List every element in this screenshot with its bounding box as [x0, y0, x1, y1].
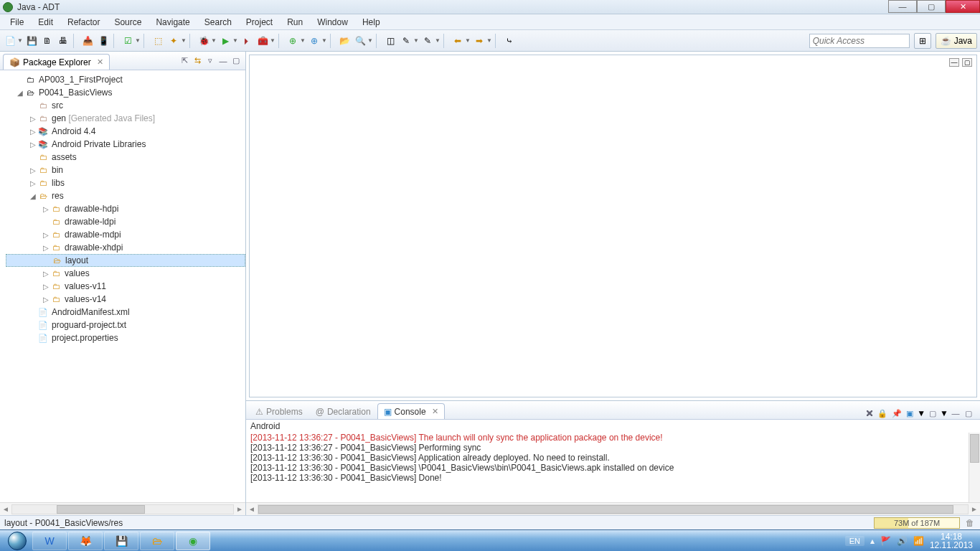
new-class-button[interactable]: ⊕ [307, 34, 321, 48]
dropdown-icon[interactable]: ▼ [270, 37, 275, 44]
tree-manifest[interactable]: 📄AndroidManifest.xml [6, 306, 245, 319]
menu-file[interactable]: File [4, 16, 29, 29]
tray-network-icon[interactable]: 📶 [913, 536, 924, 546]
tray-volume-icon[interactable]: 🔊 [897, 536, 908, 546]
dropdown-icon[interactable]: ▼ [367, 37, 373, 44]
console-hscrollbar[interactable]: ◄ ► [246, 502, 980, 515]
dropdown-icon[interactable]: ▼ [300, 37, 306, 44]
open-type-button[interactable]: 📂 [337, 34, 352, 48]
annotation-button[interactable]: ✎ [399, 34, 413, 48]
quick-access-input[interactable] [809, 34, 910, 48]
menu-search[interactable]: Search [199, 16, 237, 29]
save-button[interactable]: 💾 [24, 34, 39, 48]
toggle-button[interactable]: ◫ [383, 34, 397, 48]
tree-res[interactable]: ◢🗁res [6, 189, 245, 202]
maximize-button[interactable]: ▢ [917, 0, 946, 13]
console-output[interactable]: [2013-11-12 13:36:27 - P0041_BasicViews]… [246, 433, 980, 502]
console-lock-button[interactable]: 🔒 [877, 408, 888, 419]
dropdown-icon[interactable]: ▼ [486, 37, 492, 44]
tray-show-hidden-icon[interactable]: ▴ [870, 536, 875, 546]
link-editor-button[interactable]: ⇆ [192, 55, 203, 67]
tree-android[interactable]: ▷📚Android 4.4 [6, 125, 245, 138]
view-menu-button[interactable]: ▿ [204, 55, 216, 67]
tree-gen[interactable]: ▷🗀gen [Generated Java Files] [6, 112, 245, 125]
lint-button[interactable]: ⬚ [151, 34, 165, 48]
run-last-button[interactable]: ⏵ [240, 34, 254, 48]
tree-assets[interactable]: 🗀assets [6, 151, 245, 164]
taskbar-app-eclipse[interactable]: ◉ [176, 532, 210, 550]
project-tree[interactable]: 🗀AP003_1_FirstProject ◢🗁P0041_BasicViews… [0, 70, 245, 502]
sdk-manager-button[interactable]: 📥 [80, 34, 95, 48]
menu-navigate[interactable]: Navigate [150, 16, 195, 29]
console-display-button[interactable]: ▣ [904, 408, 915, 419]
taskbar-app-explorer[interactable]: 🗁 [140, 532, 174, 550]
tree-drawable-xhdpi[interactable]: ▷🗀drawable-xhdpi [6, 241, 245, 254]
save-all-button[interactable]: 🗎 [40, 34, 55, 48]
scroll-left-icon[interactable]: ◄ [246, 505, 258, 513]
console-open-button[interactable]: ▢ [927, 408, 938, 419]
taskbar-clock[interactable]: 14:18 12.11.2013 [930, 532, 973, 550]
dropdown-icon[interactable]: ▼ [321, 37, 327, 44]
tab-declaration[interactable]: @Declaration [309, 403, 377, 419]
menu-run[interactable]: Run [281, 16, 308, 29]
tree-properties[interactable]: 📄project.properties [6, 331, 245, 344]
open-perspective-button[interactable]: ⊞ [914, 33, 931, 49]
dropdown-icon[interactable]: ▼ [917, 408, 925, 418]
taskbar-app-word[interactable]: W [32, 532, 67, 550]
project-p0041[interactable]: ◢🗁P0041_BasicViews [6, 86, 245, 99]
collapse-all-button[interactable]: ⇱ [179, 55, 190, 67]
view-maximize-button[interactable]: ▢ [963, 408, 974, 419]
maximize-view-button[interactable]: ▢ [230, 55, 242, 67]
scroll-right-icon[interactable]: ► [234, 505, 245, 513]
menu-refactor[interactable]: Refactor [62, 16, 105, 29]
dropdown-icon[interactable]: ▼ [413, 37, 419, 44]
view-minimize-button[interactable]: — [950, 408, 961, 419]
tree-drawable-mdpi[interactable]: ▷🗀drawable-mdpi [6, 228, 245, 241]
menu-project[interactable]: Project [240, 16, 278, 29]
menu-window[interactable]: Window [311, 16, 354, 29]
tree-values-v11[interactable]: ▷🗀values-v11 [6, 280, 245, 293]
dropdown-icon[interactable]: ▼ [435, 37, 440, 44]
dropdown-icon[interactable]: ▼ [465, 37, 471, 44]
tree-libs[interactable]: ▷🗀libs [6, 176, 245, 189]
scrollbar-thumb[interactable] [57, 505, 145, 514]
tray-flag-icon[interactable]: 🚩 [880, 536, 891, 546]
avd-manager-button[interactable]: 📱 [96, 34, 110, 48]
console-clear-button[interactable]: 🗙 [864, 408, 875, 419]
tree-drawable-hdpi[interactable]: ▷🗀drawable-hdpi [6, 202, 245, 215]
print-button[interactable]: 🖶 [56, 34, 70, 48]
start-button[interactable] [3, 531, 32, 551]
editor-minimize-button[interactable]: — [949, 58, 959, 67]
tree-proguard[interactable]: 📄proguard-project.txt [6, 319, 245, 331]
dropdown-icon[interactable]: ▼ [940, 408, 948, 418]
taskbar-app-save[interactable]: 💾 [104, 532, 138, 550]
mark-button[interactable]: ✎ [420, 34, 435, 48]
new-project-button[interactable]: ✦ [166, 34, 181, 48]
scroll-right-icon[interactable]: ► [969, 505, 980, 513]
debug-button[interactable]: 🐞 [197, 34, 211, 48]
package-explorer-tab[interactable]: 📦 Package Explorer ✕ [3, 54, 110, 70]
heap-bar[interactable]: 73M of 187M [874, 517, 960, 529]
language-indicator[interactable]: EN [845, 536, 864, 546]
tree-src[interactable]: 🗀src [6, 99, 245, 112]
perspective-java[interactable]: ☕ Java [936, 33, 977, 49]
search-button[interactable]: 🔍 [353, 34, 367, 48]
tree-priv-libs[interactable]: ▷📚Android Private Libraries [6, 138, 245, 151]
tree-drawable-ldpi[interactable]: 🗀drawable-ldpi [6, 215, 245, 228]
minimize-button[interactable]: — [888, 0, 917, 13]
run-button[interactable]: ▶ [218, 34, 232, 48]
tree-layout[interactable]: 🗁layout [6, 254, 245, 267]
console-vscrollbar[interactable] [969, 433, 980, 502]
close-icon[interactable]: ✕ [432, 407, 438, 416]
console-pin-button[interactable]: 📌 [891, 408, 903, 419]
external-tools-button[interactable]: 🧰 [255, 34, 270, 48]
close-button[interactable]: ✕ [946, 0, 980, 13]
pin-button[interactable]: ⤷ [502, 34, 517, 48]
taskbar-app-firefox[interactable]: 🦊 [68, 532, 103, 550]
dropdown-icon[interactable]: ▼ [181, 37, 187, 44]
new-package-button[interactable]: ⊕ [286, 34, 300, 48]
tab-problems[interactable]: ⚠Problems [249, 403, 309, 419]
tab-console[interactable]: ▣Console✕ [377, 403, 445, 419]
editor-maximize-button[interactable]: ▢ [962, 58, 972, 67]
menu-edit[interactable]: Edit [32, 16, 59, 29]
